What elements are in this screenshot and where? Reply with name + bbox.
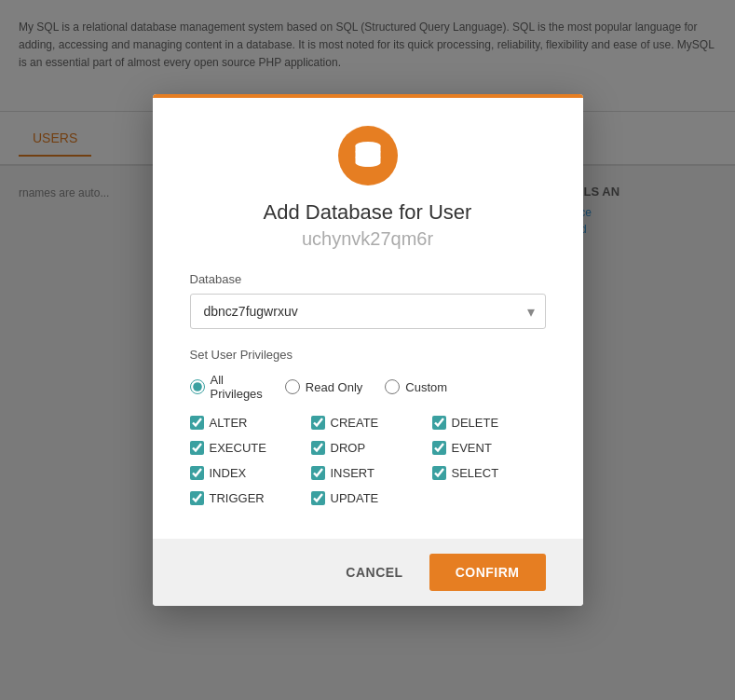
- checkbox-create-input[interactable]: [311, 416, 325, 430]
- checkbox-trigger-input[interactable]: [190, 491, 204, 505]
- database-select-wrapper: dbncz7fugwrxuv ▾: [190, 294, 546, 329]
- checkbox-delete-input[interactable]: [432, 416, 446, 430]
- privileges-section: Set User Privileges AllPrivileges Read O…: [190, 348, 546, 505]
- database-select[interactable]: dbncz7fugwrxuv: [190, 294, 546, 329]
- radio-all-label: AllPrivileges: [211, 373, 263, 401]
- checkbox-index-input[interactable]: [190, 466, 204, 480]
- checkbox-alter-label: ALTER: [210, 416, 248, 430]
- radio-readonly[interactable]: Read Only: [285, 379, 362, 394]
- modal-subtitle: uchynvk27qm6r: [190, 228, 546, 250]
- add-database-modal: Add Database for User uchynvk27qm6r Data…: [153, 94, 583, 606]
- modal-title: Add Database for User: [190, 200, 546, 225]
- checkbox-insert-label: INSERT: [331, 466, 374, 480]
- checkbox-execute-label: EXECUTE: [210, 441, 266, 455]
- checkbox-execute-input[interactable]: [190, 441, 204, 455]
- modal-overlay: Add Database for User uchynvk27qm6r Data…: [0, 0, 735, 700]
- checkbox-drop-label: DROP: [331, 441, 366, 455]
- checkbox-create[interactable]: CREATE: [311, 416, 425, 430]
- checkbox-trigger-label: TRIGGER: [210, 491, 265, 505]
- checkbox-update-input[interactable]: [311, 491, 325, 505]
- checkbox-trigger[interactable]: TRIGGER: [190, 491, 304, 505]
- privileges-label: Set User Privileges: [190, 348, 546, 362]
- checkbox-select-label: SELECT: [452, 466, 499, 480]
- checkbox-drop[interactable]: DROP: [311, 441, 425, 455]
- database-field-group: Database dbncz7fugwrxuv ▾: [190, 272, 546, 329]
- checkbox-select[interactable]: SELECT: [432, 466, 546, 480]
- checkbox-insert-input[interactable]: [311, 466, 325, 480]
- radio-all-privileges[interactable]: AllPrivileges: [190, 373, 263, 401]
- checkbox-index[interactable]: INDEX: [190, 466, 304, 480]
- modal-footer: CANCEL CONFIRM: [153, 539, 583, 606]
- database-icon: [338, 126, 398, 185]
- checkbox-event[interactable]: EVENT: [432, 441, 546, 455]
- checkbox-select-input[interactable]: [432, 466, 446, 480]
- checkbox-alter-input[interactable]: [190, 416, 204, 430]
- modal-body: Add Database for User uchynvk27qm6r Data…: [153, 98, 583, 539]
- checkbox-event-input[interactable]: [432, 441, 446, 455]
- database-label: Database: [190, 272, 546, 286]
- cancel-button[interactable]: CANCEL: [331, 556, 417, 589]
- checkbox-insert[interactable]: INSERT: [311, 466, 425, 480]
- checkbox-drop-input[interactable]: [311, 441, 325, 455]
- confirm-button[interactable]: CONFIRM: [429, 554, 546, 591]
- modal-icon-wrapper: [190, 126, 546, 185]
- radio-custom-input[interactable]: [385, 379, 400, 394]
- privilege-radio-group: AllPrivileges Read Only Custom: [190, 373, 546, 401]
- checkbox-delete-label: DELETE: [452, 416, 499, 430]
- checkbox-index-label: INDEX: [210, 466, 247, 480]
- checkbox-alter[interactable]: ALTER: [190, 416, 304, 430]
- radio-custom[interactable]: Custom: [385, 379, 447, 394]
- checkbox-delete[interactable]: DELETE: [432, 416, 546, 430]
- checkboxes-grid: ALTER CREATE DELETE EXECUTE: [190, 416, 546, 505]
- checkbox-update-label: UPDATE: [331, 491, 379, 505]
- radio-readonly-label: Read Only: [306, 380, 362, 394]
- radio-readonly-input[interactable]: [285, 379, 300, 394]
- radio-all-input[interactable]: [190, 379, 205, 394]
- checkbox-event-label: EVENT: [452, 441, 492, 455]
- radio-custom-label: Custom: [405, 380, 447, 394]
- checkbox-execute[interactable]: EXECUTE: [190, 441, 304, 455]
- checkbox-update[interactable]: UPDATE: [311, 491, 425, 505]
- checkbox-create-label: CREATE: [331, 416, 379, 430]
